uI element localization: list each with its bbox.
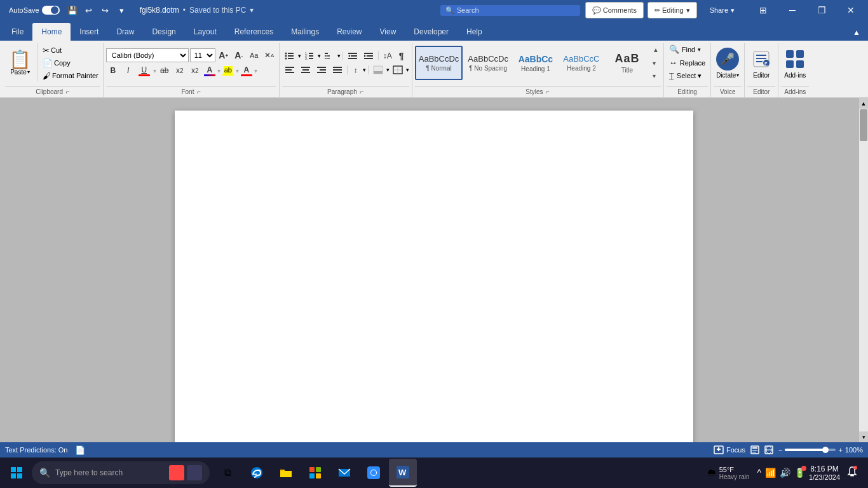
customize-quick-access-button[interactable]: ▾	[114, 3, 130, 18]
notification-button[interactable]: 1	[844, 463, 860, 482]
tab-references[interactable]: References	[226, 23, 282, 41]
find-button[interactable]: 🔍 Find ▾	[667, 43, 708, 55]
decrease-indent-button[interactable]	[345, 50, 360, 62]
multilevel-chevron[interactable]: ▾	[337, 53, 341, 59]
text-predictions-toggle[interactable]: Text Predictions: On	[5, 446, 67, 454]
decrease-font-size-button[interactable]: A-	[232, 48, 246, 62]
bullets-button[interactable]	[282, 50, 297, 62]
zoom-out-button[interactable]: −	[778, 446, 782, 454]
restore-button[interactable]: ❐	[807, 0, 836, 20]
increase-font-size-button[interactable]: A+	[217, 48, 231, 62]
autosave-toggle[interactable]: AutoSave	[5, 3, 64, 18]
tab-insert[interactable]: Insert	[71, 23, 107, 41]
font-dialog-button[interactable]: ⌐	[197, 88, 201, 95]
tab-review[interactable]: Review	[328, 23, 370, 41]
clipboard-dialog-button[interactable]: ⌐	[66, 88, 70, 95]
tab-mailings[interactable]: Mailings	[282, 23, 328, 41]
task-view-button[interactable]: ⧉	[214, 459, 241, 487]
line-spacing-chevron[interactable]: ▾	[363, 67, 366, 73]
tab-draw[interactable]: Draw	[107, 23, 143, 41]
styles-scroll-down-button[interactable]: ▾	[651, 59, 661, 67]
scroll-up-button[interactable]: ▲	[859, 98, 868, 109]
clear-formatting-button[interactable]: ✕A	[262, 48, 276, 62]
scroll-down-button[interactable]: ▾	[859, 431, 868, 442]
minimize-button[interactable]: ─	[778, 0, 807, 20]
volume-icon[interactable]: 🔊	[780, 468, 790, 478]
paste-button[interactable]: 📋 Paste▾	[5, 43, 35, 83]
start-button[interactable]	[3, 459, 31, 487]
dictate-button[interactable]: 🎤 Dictate▾	[714, 45, 742, 81]
vertical-scrollbar[interactable]: ▲ ▾	[859, 98, 868, 442]
tab-developer[interactable]: Developer	[405, 23, 458, 41]
editor-button[interactable]: E Editor	[747, 45, 775, 81]
zoom-slider[interactable]	[785, 449, 836, 451]
align-center-button[interactable]	[298, 64, 313, 76]
style-heading1[interactable]: AaBbCc Heading 1	[513, 46, 558, 80]
tab-view[interactable]: View	[371, 23, 405, 41]
scroll-thumb[interactable]	[860, 109, 867, 141]
zoom-button[interactable]	[360, 459, 388, 487]
document-page[interactable]	[175, 111, 693, 442]
clock[interactable]: 8:16 PM 1/23/2024	[809, 464, 840, 481]
styles-dialog-button[interactable]: ⌐	[546, 88, 550, 95]
explorer-button[interactable]	[272, 459, 300, 487]
subscript-button[interactable]: x2	[173, 64, 187, 78]
select-button[interactable]: ⌶ Select ▾	[667, 70, 708, 82]
save-button[interactable]: 💾	[65, 3, 80, 18]
numbering-chevron[interactable]: ▾	[318, 53, 321, 59]
superscript-button[interactable]: x2	[188, 64, 202, 78]
weather-widget[interactable]: 🌧 55°F Heavy rain	[703, 463, 754, 483]
bullets-chevron[interactable]: ▾	[298, 53, 301, 59]
word-button[interactable]: W	[389, 459, 417, 487]
shading-button[interactable]	[370, 64, 386, 76]
styles-expand-button[interactable]: ▾	[651, 72, 661, 80]
autosave-switch[interactable]	[42, 6, 60, 15]
web-layout-button[interactable]	[764, 445, 773, 454]
network-icon[interactable]: 📶	[765, 468, 776, 478]
redo-button[interactable]: ↪	[98, 3, 113, 18]
tab-layout[interactable]: Layout	[185, 23, 226, 41]
underline-button[interactable]: U	[137, 65, 152, 77]
multilevel-list-button[interactable]	[322, 50, 337, 62]
store-button[interactable]	[301, 459, 329, 487]
style-title[interactable]: AaB Title	[605, 46, 649, 80]
tab-file[interactable]: File	[3, 23, 32, 41]
change-case-button[interactable]: Aa	[247, 48, 261, 62]
copy-button[interactable]: 📄 Copy	[41, 57, 100, 69]
share-button[interactable]: Share ▾	[701, 2, 743, 18]
style-heading2[interactable]: AaBbCcC Heading 2	[559, 46, 604, 80]
addins-button[interactable]: Add-ins	[781, 45, 809, 81]
comments-button[interactable]: 💬 Comments	[585, 2, 644, 18]
collapse-ribbon-button[interactable]: ▲	[848, 24, 865, 41]
font-name-select[interactable]: Calibri (Body)	[106, 48, 189, 62]
taskbar-search[interactable]: 🔍 Type here to search	[32, 461, 210, 484]
align-left-button[interactable]	[282, 64, 297, 76]
editing-mode-button[interactable]: ✏ Editing ▾	[648, 2, 697, 18]
show-formatting-button[interactable]: ¶	[395, 50, 408, 62]
document-view-button[interactable]: 📄	[75, 445, 85, 455]
italic-button[interactable]: I	[121, 64, 135, 78]
mail-button[interactable]	[330, 459, 358, 487]
layout-button[interactable]: ⊞	[749, 0, 778, 20]
title-search[interactable]: 🔍 Search	[440, 5, 580, 16]
cut-button[interactable]: ✂ Cut	[41, 44, 100, 57]
format-painter-button[interactable]: 🖌 Format Painter	[41, 70, 100, 82]
align-right-button[interactable]	[314, 64, 329, 76]
justify-button[interactable]	[330, 64, 345, 76]
edge-button[interactable]	[243, 459, 271, 487]
text-effects-button[interactable]: A	[203, 65, 216, 77]
line-spacing-button[interactable]: ↕	[349, 64, 362, 76]
zoom-in-button[interactable]: +	[838, 446, 842, 454]
increase-indent-button[interactable]	[361, 50, 376, 62]
undo-button[interactable]: ↩	[81, 3, 97, 18]
strikethrough-button[interactable]: ab	[158, 64, 172, 78]
paragraph-dialog-button[interactable]: ⌐	[360, 88, 364, 95]
replace-button[interactable]: ↔ Replace	[667, 57, 708, 69]
style-no-spacing[interactable]: AaBbCcDc ¶ No Spacing	[464, 46, 512, 80]
show-hidden-icons-button[interactable]: ^	[757, 468, 761, 478]
bold-button[interactable]: B	[106, 64, 120, 78]
font-size-select[interactable]: 11	[190, 48, 215, 62]
styles-scroll-up-button[interactable]: ▲	[651, 46, 661, 54]
highlight-button[interactable]: ab	[222, 65, 234, 76]
tab-help[interactable]: Help	[458, 23, 491, 41]
